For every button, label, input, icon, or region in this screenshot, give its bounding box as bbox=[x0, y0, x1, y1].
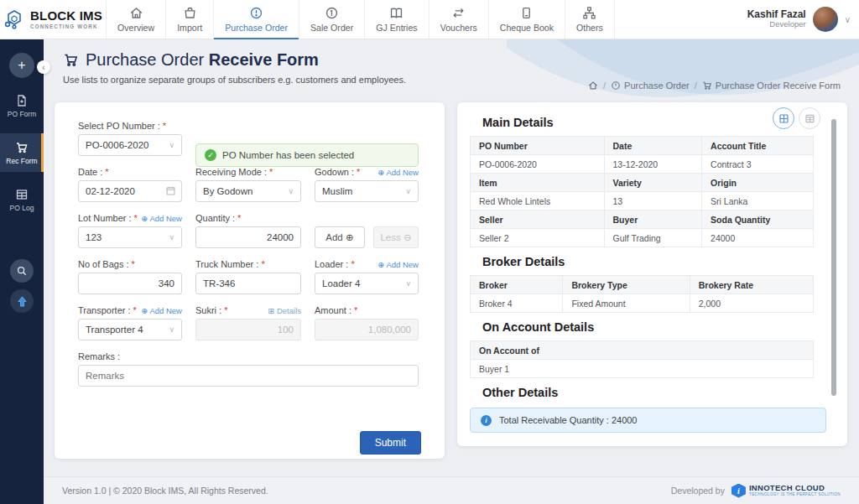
loader-select[interactable]: Loader 4 ∨ bbox=[315, 273, 419, 294]
sidebar-collapse-button[interactable]: ‹ bbox=[37, 60, 50, 74]
section-title-broker-details: Broker Details bbox=[482, 255, 826, 268]
arrow-up-icon bbox=[16, 295, 29, 308]
cart-icon bbox=[702, 81, 712, 91]
field-label: Receiving Mode :* bbox=[195, 167, 301, 177]
chevron-down-icon: ∨ bbox=[169, 233, 174, 242]
field-label: Loader :* ⊕ Add New bbox=[315, 259, 419, 269]
innotech-name: INNOTECH CLOUD bbox=[749, 484, 841, 492]
add-new-godown-link[interactable]: ⊕ Add New bbox=[377, 168, 419, 178]
breadcrumb-current[interactable]: Purchase Order Receive Form bbox=[702, 81, 841, 91]
nav-import[interactable]: Import bbox=[166, 0, 214, 39]
footer: Version 1.0 | © 2020 Block IMS, All Righ… bbox=[44, 476, 859, 504]
details-panel: Main Details PO NumberDateAccount Title … bbox=[457, 102, 847, 446]
receiving-mode-select[interactable]: By Godown ∨ bbox=[195, 180, 301, 202]
add-new-transporter-link[interactable]: ⊕ Add New bbox=[141, 306, 182, 316]
innotech-tagline: TECHNOLOGY IS THE PERFECT SOLUTION bbox=[749, 493, 841, 497]
add-new-loader-link[interactable]: ⊕ Add New bbox=[377, 260, 419, 270]
app-window: BLOCK IMS CONNECTING WORK Overview Impor… bbox=[0, 0, 859, 504]
sukri-details-link[interactable]: ⊞ Details bbox=[268, 306, 301, 316]
nav-label: Overview bbox=[117, 23, 154, 33]
sitemap-icon bbox=[582, 6, 596, 20]
date-input[interactable] bbox=[78, 180, 182, 202]
nav-sale-order[interactable]: Sale Order bbox=[299, 0, 365, 39]
po-number-select[interactable]: PO-0006-2020 ∨ bbox=[78, 134, 182, 156]
chevron-down-icon[interactable]: ∨ bbox=[845, 15, 851, 24]
table-header-row: PO NumberDateAccount Title bbox=[471, 137, 814, 155]
top-navigation: Overview Import Purchase Order Sale Orde… bbox=[107, 0, 615, 39]
top-bar: BLOCK IMS CONNECTING WORK Overview Impor… bbox=[0, 0, 859, 39]
field-label: Select PO Number :* bbox=[78, 121, 182, 131]
breadcrumb-home[interactable] bbox=[588, 81, 598, 91]
innotech-cloud-logo[interactable]: i INNOTECH CLOUD TECHNOLOGY IS THE PERFE… bbox=[731, 484, 841, 498]
table-row: PO-0006-202013-12-2020Contract 3 bbox=[471, 155, 814, 174]
section-title-other-details: Other Details bbox=[482, 386, 826, 399]
truck-number-input[interactable] bbox=[195, 273, 301, 294]
chevron-down-icon: ∨ bbox=[405, 187, 411, 195]
main-details-table: PO NumberDateAccount Title PO-0006-20201… bbox=[470, 136, 814, 247]
avatar[interactable] bbox=[813, 7, 838, 32]
add-new-lot-link[interactable]: ⊕ Add New bbox=[141, 214, 182, 224]
field-label: Remarks : bbox=[78, 351, 419, 361]
nav-overview[interactable]: Overview bbox=[107, 0, 166, 39]
brand-logo[interactable]: BLOCK IMS CONNECTING WORK bbox=[0, 0, 107, 39]
cart-icon bbox=[15, 141, 29, 154]
innotech-hexagon-icon: i bbox=[731, 484, 746, 498]
chevron-down-icon: ∨ bbox=[169, 325, 174, 334]
nav-others[interactable]: Others bbox=[565, 0, 615, 39]
field-label: Truck Number :* bbox=[195, 259, 301, 269]
field-label: Sukri :* ⊞ Details bbox=[195, 305, 301, 315]
quantity-input[interactable] bbox=[195, 226, 301, 248]
book-icon bbox=[389, 6, 403, 20]
nav-vouchers[interactable]: Vouchers bbox=[430, 0, 489, 39]
copyright-text: Version 1.0 | © 2020 Block IMS, All Righ… bbox=[62, 486, 268, 496]
less-row-button[interactable]: Less ⊖ bbox=[373, 226, 419, 248]
quick-add-button[interactable]: + bbox=[9, 53, 34, 78]
field-label: Date :* bbox=[78, 167, 182, 177]
no-of-bags-input[interactable] bbox=[78, 273, 182, 294]
field-label: Quantity :* bbox=[195, 213, 301, 223]
nav-label: Sale Order bbox=[310, 23, 353, 33]
field-label: No of Bags :* bbox=[78, 259, 182, 269]
po-selected-alert: ✓ PO Number has been selected bbox=[195, 143, 419, 167]
total-receivable-alert: i Total Receivable Quantity : 24000 bbox=[470, 408, 826, 433]
table-row: Broker 4Fixed Amount2,000 bbox=[471, 294, 814, 313]
transporter-select[interactable]: Transporter 4 ∨ bbox=[78, 319, 182, 340]
sidebar-item-rec-form[interactable]: Rec Form bbox=[0, 133, 44, 172]
sukri-input[interactable] bbox=[195, 319, 301, 340]
nav-cheque-book[interactable]: Cheque Book bbox=[489, 0, 565, 39]
submit-button[interactable]: Submit bbox=[360, 431, 421, 455]
cheque-book-icon bbox=[519, 6, 534, 20]
broker-details-table: BrokerBrokery TypeBrokery Rate Broker 4F… bbox=[470, 275, 814, 313]
document-plus-icon bbox=[15, 94, 29, 107]
table-row: Buyer 1 bbox=[471, 360, 814, 378]
nav-gj-entries[interactable]: GJ Entries bbox=[365, 0, 429, 39]
table-row: Red Whole Lintels13Sri Lanka bbox=[471, 192, 814, 210]
sidebar-item-po-form[interactable]: PO Form bbox=[0, 86, 44, 125]
nav-purchase-order[interactable]: Purchase Order bbox=[214, 0, 299, 39]
app-launcher-button[interactable] bbox=[10, 289, 34, 313]
on-account-table: On Account of Buyer 1 bbox=[470, 340, 814, 378]
grid-view-toggle[interactable] bbox=[773, 107, 794, 129]
field-label: Amount :* bbox=[315, 305, 419, 315]
scrollbar-thumb[interactable] bbox=[831, 119, 836, 396]
sidebar-item-po-log[interactable]: PO Log bbox=[0, 180, 44, 219]
remarks-input[interactable] bbox=[78, 365, 419, 387]
nav-label: Purchase Order bbox=[225, 23, 288, 33]
breadcrumb-purchase-order[interactable]: Purchase Order bbox=[611, 81, 690, 91]
page-title: Purchase Order Receive Form bbox=[86, 50, 319, 70]
section-title-on-account-details: On Account Details bbox=[482, 320, 826, 334]
search-button[interactable] bbox=[10, 259, 34, 283]
chevron-down-icon: ∨ bbox=[405, 279, 411, 288]
amount-input[interactable] bbox=[315, 319, 419, 340]
user-menu[interactable]: Kashif Fazal Developer ∨ bbox=[747, 0, 859, 39]
sidebar: + ‹ PO Form Rec Form PO Log bbox=[0, 39, 44, 504]
brand-tagline: CONNECTING WORK bbox=[30, 24, 102, 29]
lot-number-select[interactable]: 123 ∨ bbox=[78, 226, 182, 248]
table-icon bbox=[15, 188, 29, 201]
purchase-order-icon bbox=[611, 81, 621, 91]
table-view-toggle[interactable] bbox=[799, 107, 820, 129]
home-icon bbox=[129, 6, 143, 20]
godown-select[interactable]: Muslim ∨ bbox=[315, 180, 419, 202]
purchase-order-icon bbox=[249, 6, 263, 20]
add-row-button[interactable]: Add ⊕ bbox=[315, 226, 365, 248]
